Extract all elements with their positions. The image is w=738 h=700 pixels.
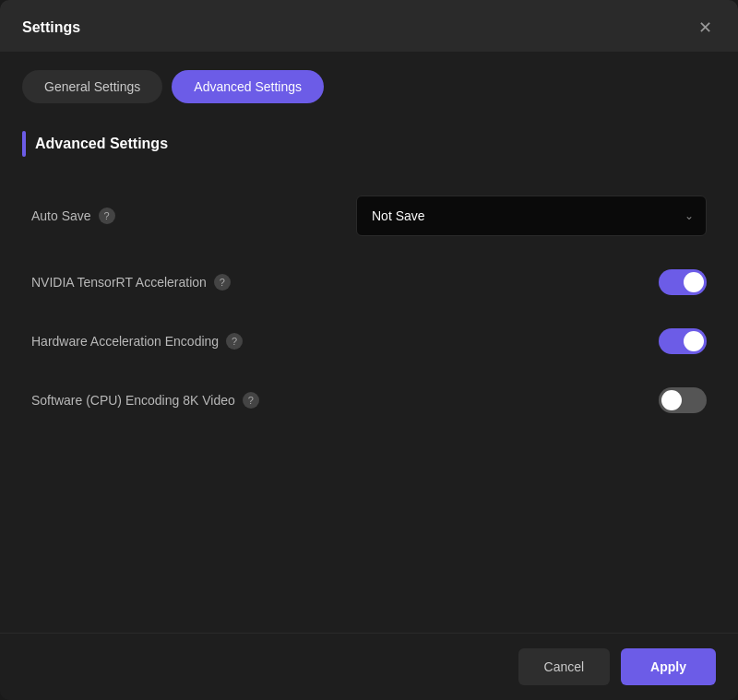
hardware-acceleration-help-icon[interactable]: ?	[226, 333, 243, 350]
software-cpu-label-group: Software (CPU) Encoding 8K Video ?	[31, 392, 259, 409]
nvidia-tensorrt-label: NVIDIA TensorRT Acceleration	[31, 275, 207, 290]
tab-advanced[interactable]: Advanced Settings	[172, 70, 324, 103]
cancel-button[interactable]: Cancel	[518, 648, 611, 685]
nvidia-tensorrt-help-icon[interactable]: ?	[214, 274, 231, 291]
settings-rows: Auto Save ? Not Save Every 5 minutes Eve…	[22, 179, 716, 430]
tabs-area: General Settings Advanced Settings	[0, 52, 738, 113]
auto-save-row: Auto Save ? Not Save Every 5 minutes Eve…	[22, 179, 716, 253]
hardware-acceleration-slider	[659, 328, 707, 354]
content-area: Advanced Settings Auto Save ? Not Save E…	[0, 113, 738, 633]
auto-save-label: Auto Save	[31, 208, 91, 223]
auto-save-dropdown[interactable]: Not Save Every 5 minutes Every 10 minute…	[356, 196, 707, 236]
auto-save-label-group: Auto Save ?	[31, 208, 115, 224]
hardware-acceleration-label: Hardware Acceleration Encoding	[31, 334, 219, 349]
auto-save-help-icon[interactable]: ?	[99, 208, 115, 224]
software-cpu-label: Software (CPU) Encoding 8K Video	[31, 393, 235, 408]
nvidia-tensorrt-label-group: NVIDIA TensorRT Acceleration ?	[31, 274, 231, 291]
nvidia-tensorrt-row: NVIDIA TensorRT Acceleration ?	[22, 253, 716, 312]
apply-button[interactable]: Apply	[621, 648, 716, 685]
section-header: Advanced Settings	[22, 131, 716, 157]
nvidia-tensorrt-slider	[659, 269, 707, 295]
dialog-title: Settings	[22, 19, 80, 36]
software-cpu-slider	[659, 387, 707, 413]
section-title: Advanced Settings	[35, 136, 168, 152]
section-accent	[22, 131, 26, 157]
hardware-acceleration-label-group: Hardware Acceleration Encoding ?	[31, 333, 243, 350]
title-bar: Settings ✕	[0, 0, 738, 52]
hardware-acceleration-toggle[interactable]	[659, 328, 707, 354]
settings-dialog: Settings ✕ General Settings Advanced Set…	[0, 0, 738, 700]
tab-general[interactable]: General Settings	[22, 70, 162, 103]
software-cpu-row: Software (CPU) Encoding 8K Video ?	[22, 371, 716, 430]
hardware-acceleration-row: Hardware Acceleration Encoding ?	[22, 312, 716, 371]
software-cpu-help-icon[interactable]: ?	[243, 392, 259, 409]
close-button[interactable]: ✕	[694, 17, 716, 39]
footer: Cancel Apply	[0, 633, 738, 700]
nvidia-tensorrt-toggle[interactable]	[659, 269, 707, 295]
auto-save-dropdown-wrapper: Not Save Every 5 minutes Every 10 minute…	[356, 196, 707, 236]
software-cpu-toggle[interactable]	[659, 387, 707, 413]
